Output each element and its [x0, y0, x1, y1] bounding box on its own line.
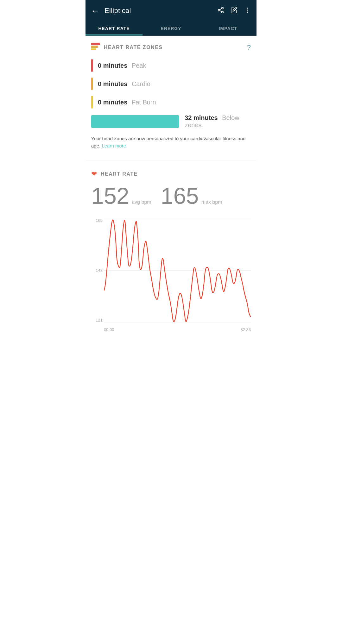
avg-bpm-label: avg bpm: [132, 199, 151, 205]
zones-icon: [91, 43, 100, 52]
chart-x-end: 32:33: [240, 327, 251, 332]
header-title: Elliptical: [104, 7, 217, 15]
zone-fatburn-row: 0 minutes Fat Burn: [91, 96, 251, 109]
back-button[interactable]: ←: [91, 6, 99, 16]
svg-line-3: [220, 10, 222, 12]
zone-peak-indicator: [91, 59, 93, 72]
zone-cardio-text: 0 minutes Cardio: [98, 80, 150, 88]
avg-bpm-item: 152 avg bpm: [91, 184, 151, 207]
max-bpm-item: 165 max bpm: [161, 184, 222, 207]
content: HEART RATE ZONES ? 0 minutes Peak 0 minu…: [86, 36, 256, 335]
more-icon[interactable]: [244, 7, 251, 15]
chart-x-labels: 00:00 32:33: [104, 327, 251, 332]
heart-rate-section: ❤ HEART RATE 152 avg bpm 165 max bpm: [86, 164, 256, 218]
heart-rate-zones-section: HEART RATE ZONES ? 0 minutes Peak 0 minu…: [86, 36, 256, 157]
share-icon[interactable]: [217, 7, 224, 15]
chart-y-labels: 165 143 121: [91, 218, 103, 322]
section-title-row: HEART RATE ZONES: [91, 43, 162, 52]
section-header: HEART RATE ZONES ?: [91, 43, 251, 52]
divider: [86, 160, 256, 160]
below-zones-row: 32 minutes Below zones: [91, 114, 251, 129]
zones-title: HEART RATE ZONES: [104, 45, 162, 50]
zone-fatburn-indicator: [91, 96, 93, 109]
info-text: Your heart zones are now personalized to…: [91, 135, 251, 149]
max-bpm-label: max bpm: [201, 199, 222, 205]
zone-peak-row: 0 minutes Peak: [91, 59, 251, 72]
header-actions: [217, 7, 251, 15]
svg-point-6: [247, 9, 248, 11]
bpm-stats: 152 avg bpm 165 max bpm: [91, 184, 251, 207]
zone-fatburn-text: 0 minutes Fat Burn: [98, 99, 156, 106]
avg-bpm-number: 152: [91, 184, 129, 207]
below-zones-bar: [91, 115, 179, 128]
heart-icon: ❤: [91, 170, 97, 178]
hr-section-header: ❤ HEART RATE: [91, 170, 251, 178]
chart-container: 165 143 121 00:00: [86, 218, 256, 335]
svg-point-5: [247, 7, 248, 9]
edit-icon[interactable]: [231, 7, 238, 15]
svg-rect-9: [91, 46, 98, 48]
svg-rect-8: [91, 43, 100, 45]
zone-peak-text: 0 minutes Peak: [98, 62, 146, 69]
svg-rect-10: [91, 48, 96, 50]
max-bpm-number: 165: [161, 184, 199, 207]
hr-title: HEART RATE: [101, 171, 138, 177]
chart-y-mid: 143: [91, 268, 103, 273]
zone-cardio-indicator: [91, 78, 93, 90]
help-icon[interactable]: ?: [247, 43, 251, 52]
chart-y-max: 165: [91, 218, 103, 223]
tab-heart-rate[interactable]: HEART RATE: [86, 22, 142, 35]
chart-y-min: 121: [91, 318, 103, 322]
below-zones-text: 32 minutes Below zones: [185, 114, 251, 129]
header: ← Elliptical: [86, 0, 256, 22]
svg-line-4: [220, 8, 222, 9]
chart-x-start: 00:00: [104, 327, 114, 332]
tabs: HEART RATE ENERGY IMPACT: [86, 22, 256, 36]
svg-point-7: [247, 11, 248, 13]
zone-cardio-row: 0 minutes Cardio: [91, 78, 251, 90]
chart-svg: [104, 218, 251, 322]
tab-impact[interactable]: IMPACT: [200, 22, 256, 35]
chart-area: 165 143 121 00:00: [91, 218, 251, 332]
tab-energy[interactable]: ENERGY: [142, 22, 200, 35]
learn-more-link[interactable]: Learn more: [102, 143, 126, 148]
